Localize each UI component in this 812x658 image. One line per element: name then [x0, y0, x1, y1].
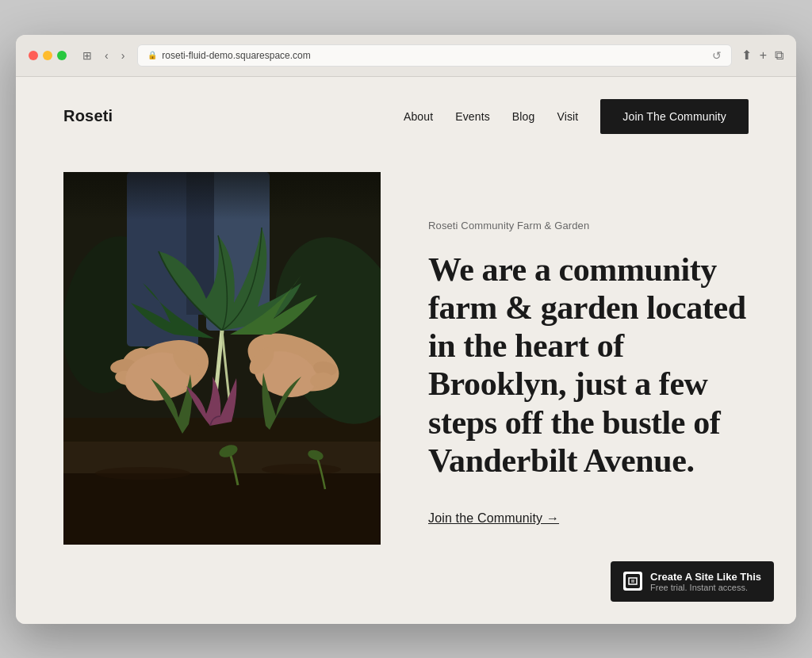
back-button[interactable]: ‹ [102, 48, 112, 63]
hero-section: Roseti Community Farm & Garden We are a … [16, 156, 796, 592]
svg-rect-20 [63, 473, 381, 545]
nav-events[interactable]: Events [455, 110, 490, 123]
nav-links: About Events Blog Visit Join The Communi… [404, 99, 749, 134]
close-button[interactable] [29, 51, 38, 60]
forward-button[interactable]: › [118, 48, 128, 63]
hero-image-container [63, 172, 381, 545]
browser-chrome: ⊞ ‹ › 🔒 roseti-fluid-demo.squarespace.co… [16, 35, 796, 77]
nav-blog[interactable]: Blog [512, 110, 535, 123]
hero-text: Roseti Community Farm & Garden We are a … [428, 172, 749, 526]
url-text: roseti-fluid-demo.squarespace.com [162, 50, 310, 61]
badge-subtitle: Free trial. Instant access. [650, 583, 761, 592]
svg-rect-25 [63, 172, 381, 220]
hero-subtitle: Roseti Community Farm & Garden [428, 220, 749, 231]
site-logo[interactable]: Roseti [63, 107, 113, 125]
badge-title: Create A Site Like This [650, 571, 761, 583]
browser-window: ⊞ ‹ › 🔒 roseti-fluid-demo.squarespace.co… [16, 35, 796, 624]
svg-point-21 [95, 467, 190, 480]
squarespace-badge[interactable]: Create A Site Like This Free trial. Inst… [611, 561, 774, 602]
site-content: Roseti About Events Blog Visit Join The … [16, 77, 796, 624]
svg-rect-26 [626, 574, 640, 588]
browser-controls: ⊞ ‹ › [79, 48, 128, 63]
nav-about[interactable]: About [404, 110, 433, 123]
nav-visit[interactable]: Visit [557, 110, 578, 123]
duplicate-button[interactable]: ⧉ [775, 48, 783, 63]
join-community-link[interactable]: Join the Community → [428, 511, 559, 526]
traffic-lights [29, 51, 67, 60]
address-bar[interactable]: 🔒 roseti-fluid-demo.squarespace.com ↺ [137, 44, 731, 67]
fullscreen-button[interactable] [57, 51, 67, 60]
lock-icon: 🔒 [147, 51, 157, 59]
hero-headline: We are a community farm & garden located… [428, 251, 749, 480]
hero-image [63, 172, 381, 545]
svg-point-22 [262, 464, 341, 475]
new-tab-button[interactable]: + [760, 48, 767, 63]
sidebar-toggle[interactable]: ⊞ [79, 48, 95, 63]
squarespace-logo-icon [623, 572, 642, 591]
reload-icon: ↺ [712, 49, 722, 62]
join-community-button[interactable]: Join The Community [600, 99, 749, 134]
share-button[interactable]: ⬆ [741, 48, 752, 63]
browser-actions: ⬆ + ⧉ [741, 48, 783, 63]
navbar: Roseti About Events Blog Visit Join The … [16, 77, 796, 156]
badge-text: Create A Site Like This Free trial. Inst… [650, 571, 761, 592]
minimize-button[interactable] [43, 51, 52, 60]
